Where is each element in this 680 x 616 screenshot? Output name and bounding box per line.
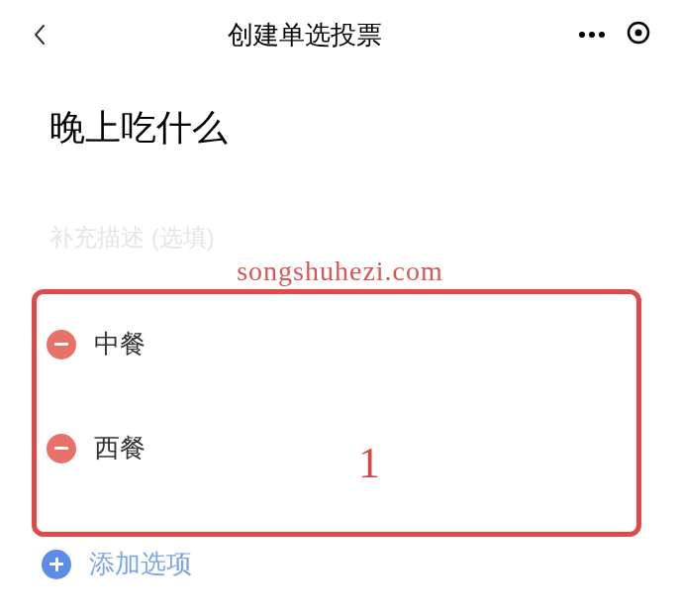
more-icon[interactable] — [579, 32, 605, 38]
svg-point-1 — [635, 30, 642, 37]
option-row: 中餐 — [37, 309, 636, 379]
watermark-text: songshuhezi.com — [237, 256, 443, 287]
option-label[interactable]: 西餐 — [94, 431, 146, 465]
option-label[interactable]: 中餐 — [94, 327, 146, 361]
remove-option-icon[interactable] — [47, 330, 76, 359]
poll-title-section: 晚上吃什么 — [0, 69, 680, 172]
remove-option-icon[interactable] — [47, 434, 76, 463]
header: 创建单选投票 — [0, 0, 680, 69]
poll-title-input[interactable]: 晚上吃什么 — [49, 104, 631, 153]
add-icon — [42, 550, 71, 579]
option-row: 西餐 — [37, 413, 636, 483]
page-title: 创建单选投票 — [30, 18, 579, 52]
options-highlight-box: 中餐 西餐 1 — [32, 289, 641, 537]
header-actions — [579, 21, 650, 49]
description-input[interactable]: 补充描述 (选填) — [49, 222, 631, 254]
annotation-number: 1 — [358, 438, 380, 488]
target-icon[interactable] — [627, 21, 650, 49]
add-option-label: 添加选项 — [89, 547, 192, 581]
add-option-row[interactable]: 添加选项 — [42, 547, 192, 581]
